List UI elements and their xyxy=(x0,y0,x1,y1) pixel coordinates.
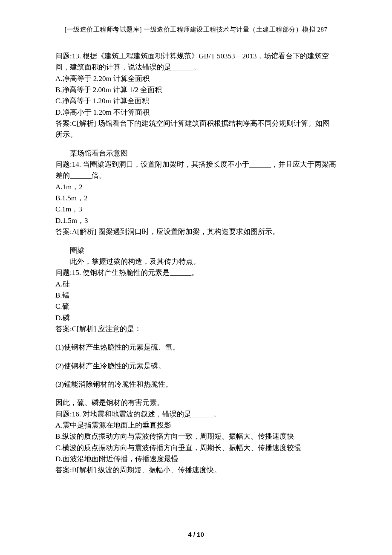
q14-option-d: D.1.5m，3 xyxy=(55,215,337,226)
q15-answer: 答案:C[解析] 应注意的是： xyxy=(55,324,337,335)
q13-option-b: B.净高等于 2.00m 计算 1/2 全面积 xyxy=(55,84,337,95)
q14-note: 此外，掌握过梁的构造，及其传力特点。 xyxy=(55,256,337,267)
q16-option-b: B.纵波的质点振动方向与震波传播方向一致，周期短、振幅大、传播速度快 xyxy=(55,431,337,442)
q15-note-4: 因此，硫、磷是钢材的有害元素。 xyxy=(55,397,337,408)
q16-option-a: A.震中是指震源在地面上的垂直投影 xyxy=(55,420,337,431)
document-content: 问题:13. 根据《建筑工程建筑面积计算规范》GB/T 50353—2013，场… xyxy=(55,51,337,476)
blank-underline: ______ xyxy=(70,170,92,181)
q13-options: A.净高等于 2.20m 计算全面积 B.净高等于 2.00m 计算 1/2 全… xyxy=(55,73,337,118)
q16-option-d: D.面波沿地面附近传播，传播速度最慢 xyxy=(55,454,337,465)
q13-option-c: C.净高等于 1.20m 计算全面积 xyxy=(55,95,337,107)
q13-option-d: D.净高小于 1.20m 不计算面积 xyxy=(55,107,337,118)
q14-prompt-text-a: 问题:14. 当圈梁遇到洞口，设置附加梁时，其搭接长度不小于 xyxy=(55,160,249,168)
q15-options: A.硅 B.锰 C.硫 D.磷 xyxy=(55,279,337,324)
document-page: [一级造价工程师考试题库] 一级造价工程师建设工程技术与计量（土建工程部分）模拟… xyxy=(0,0,392,555)
q15-option-b: B.锰 xyxy=(55,290,337,301)
q15-prompt-text-b: 。 xyxy=(191,269,199,277)
q15-option-d: D.磷 xyxy=(55,312,337,324)
q16-options: A.震中是指震源在地面上的垂直投影 B.纵波的质点振动方向与震波传播方向一致，周… xyxy=(55,420,337,465)
q16-option-c: C.横波的质点振动方向与震波传播方向垂直，周期长、振幅大、传播速度较慢 xyxy=(55,442,337,454)
q14-option-b: B.1.5m，2 xyxy=(55,193,337,204)
q15-note-1: (1)使钢材产生热脆性的元素是硫、氧。 xyxy=(55,342,337,353)
q13-prompt: 问题:13. 根据《建筑工程建筑面积计算规范》GB/T 50353—2013，场… xyxy=(55,51,337,73)
q14-answer: 答案:A[解析] 圈梁遇到洞口时，应设置附加梁，其构造要求如图所示。 xyxy=(55,226,337,237)
q16-answer: 答案:B[解析] 纵波的周期短、振幅小、传播速度快。 xyxy=(55,465,337,476)
q14-option-a: A.1m，2 xyxy=(55,182,337,193)
page-header: [一级造价工程师考试题库] 一级造价工程师建设工程技术与计量（土建工程部分）模拟… xyxy=(55,26,337,34)
q16-prompt-text-b: 。 xyxy=(213,410,220,418)
q15-prompt-text-a: 问题:15. 使钢材产生热脆性的元素是 xyxy=(55,269,170,277)
q14-prompt: 问题:14. 当圈梁遇到洞口，设置附加梁时，其搭接长度不小于______，并且应… xyxy=(55,159,337,182)
q13-prompt-text-b: 。 xyxy=(193,63,200,71)
blank-underline: ______ xyxy=(191,409,213,420)
blank-underline: ______ xyxy=(170,267,191,278)
q14-options: A.1m，2 B.1.5m，2 C.1m，3 D.1.5m，3 xyxy=(55,182,337,226)
blank-underline: ______ xyxy=(171,62,193,73)
q15-prompt: 问题:15. 使钢材产生热脆性的元素是______。 xyxy=(55,267,337,278)
q15-option-c: C.硫 xyxy=(55,301,337,312)
q14-option-c: C.1m，3 xyxy=(55,204,337,215)
q15-note-3: (3)锰能消除钢材的冷脆性和热脆性。 xyxy=(55,379,337,390)
q16-prompt-text-a: 问题:16. 对地震和地震波的叙述，错误的是 xyxy=(55,410,191,418)
q14-prompt-text-c: 倍。 xyxy=(92,171,106,179)
q15-note-2: (2)使钢材产生冷脆性的元素是磷。 xyxy=(55,361,337,372)
q16-prompt: 问题:16. 对地震和地震波的叙述，错误的是______。 xyxy=(55,409,337,420)
q13-figure-label: 某场馆看台示意图 xyxy=(55,148,337,159)
q15-option-a: A.硅 xyxy=(55,279,337,290)
q14-figure-label: 圈梁 xyxy=(55,245,337,256)
page-number: 4 / 10 xyxy=(0,531,392,538)
q13-option-a: A.净高等于 2.20m 计算全面积 xyxy=(55,73,337,84)
blank-underline: ______ xyxy=(249,159,271,170)
q13-answer: 答案:C[解析] 场馆看台下的建筑空间计算建筑面积根据结构净高不同分规则计算。如… xyxy=(55,118,337,141)
